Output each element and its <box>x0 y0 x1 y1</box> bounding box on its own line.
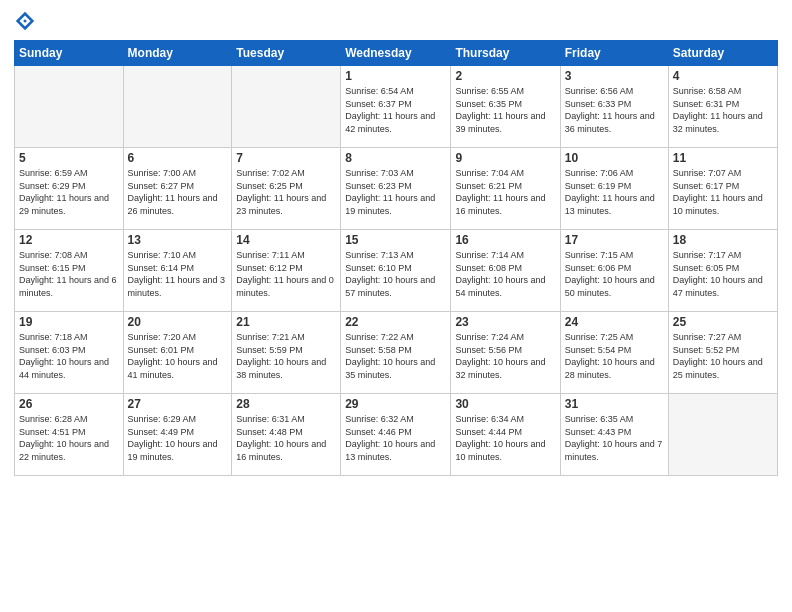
day-info: Sunrise: 7:25 AM Sunset: 5:54 PM Dayligh… <box>565 331 664 381</box>
day-number: 15 <box>345 233 446 247</box>
calendar-cell: 7Sunrise: 7:02 AM Sunset: 6:25 PM Daylig… <box>232 148 341 230</box>
calendar-cell: 30Sunrise: 6:34 AM Sunset: 4:44 PM Dayli… <box>451 394 560 476</box>
calendar-cell: 26Sunrise: 6:28 AM Sunset: 4:51 PM Dayli… <box>15 394 124 476</box>
day-number: 27 <box>128 397 228 411</box>
day-info: Sunrise: 6:29 AM Sunset: 4:49 PM Dayligh… <box>128 413 228 463</box>
calendar-cell: 10Sunrise: 7:06 AM Sunset: 6:19 PM Dayli… <box>560 148 668 230</box>
day-info: Sunrise: 6:54 AM Sunset: 6:37 PM Dayligh… <box>345 85 446 135</box>
day-number: 22 <box>345 315 446 329</box>
day-number: 31 <box>565 397 664 411</box>
day-number: 10 <box>565 151 664 165</box>
calendar-cell: 28Sunrise: 6:31 AM Sunset: 4:48 PM Dayli… <box>232 394 341 476</box>
day-number: 13 <box>128 233 228 247</box>
day-info: Sunrise: 6:34 AM Sunset: 4:44 PM Dayligh… <box>455 413 555 463</box>
day-number: 19 <box>19 315 119 329</box>
calendar-cell: 17Sunrise: 7:15 AM Sunset: 6:06 PM Dayli… <box>560 230 668 312</box>
day-info: Sunrise: 6:56 AM Sunset: 6:33 PM Dayligh… <box>565 85 664 135</box>
calendar-cell: 15Sunrise: 7:13 AM Sunset: 6:10 PM Dayli… <box>341 230 451 312</box>
day-number: 18 <box>673 233 773 247</box>
day-info: Sunrise: 6:35 AM Sunset: 4:43 PM Dayligh… <box>565 413 664 463</box>
calendar-week-3: 12Sunrise: 7:08 AM Sunset: 6:15 PM Dayli… <box>15 230 778 312</box>
calendar-cell: 5Sunrise: 6:59 AM Sunset: 6:29 PM Daylig… <box>15 148 124 230</box>
calendar-week-2: 5Sunrise: 6:59 AM Sunset: 6:29 PM Daylig… <box>15 148 778 230</box>
weekday-header-tuesday: Tuesday <box>232 41 341 66</box>
day-info: Sunrise: 7:20 AM Sunset: 6:01 PM Dayligh… <box>128 331 228 381</box>
weekday-header-thursday: Thursday <box>451 41 560 66</box>
day-number: 28 <box>236 397 336 411</box>
calendar-cell: 4Sunrise: 6:58 AM Sunset: 6:31 PM Daylig… <box>668 66 777 148</box>
day-info: Sunrise: 7:21 AM Sunset: 5:59 PM Dayligh… <box>236 331 336 381</box>
weekday-header-saturday: Saturday <box>668 41 777 66</box>
day-info: Sunrise: 7:00 AM Sunset: 6:27 PM Dayligh… <box>128 167 228 217</box>
day-info: Sunrise: 7:02 AM Sunset: 6:25 PM Dayligh… <box>236 167 336 217</box>
day-number: 17 <box>565 233 664 247</box>
calendar-cell: 24Sunrise: 7:25 AM Sunset: 5:54 PM Dayli… <box>560 312 668 394</box>
calendar-week-1: 1Sunrise: 6:54 AM Sunset: 6:37 PM Daylig… <box>15 66 778 148</box>
weekday-header-row: SundayMondayTuesdayWednesdayThursdayFrid… <box>15 41 778 66</box>
calendar-week-5: 26Sunrise: 6:28 AM Sunset: 4:51 PM Dayli… <box>15 394 778 476</box>
calendar-cell <box>232 66 341 148</box>
day-info: Sunrise: 7:04 AM Sunset: 6:21 PM Dayligh… <box>455 167 555 217</box>
day-info: Sunrise: 6:55 AM Sunset: 6:35 PM Dayligh… <box>455 85 555 135</box>
weekday-header-sunday: Sunday <box>15 41 124 66</box>
page: SundayMondayTuesdayWednesdayThursdayFrid… <box>0 0 792 612</box>
day-info: Sunrise: 7:14 AM Sunset: 6:08 PM Dayligh… <box>455 249 555 299</box>
calendar-cell: 20Sunrise: 7:20 AM Sunset: 6:01 PM Dayli… <box>123 312 232 394</box>
day-info: Sunrise: 7:07 AM Sunset: 6:17 PM Dayligh… <box>673 167 773 217</box>
calendar-cell: 9Sunrise: 7:04 AM Sunset: 6:21 PM Daylig… <box>451 148 560 230</box>
day-number: 16 <box>455 233 555 247</box>
calendar-cell: 14Sunrise: 7:11 AM Sunset: 6:12 PM Dayli… <box>232 230 341 312</box>
calendar-cell: 2Sunrise: 6:55 AM Sunset: 6:35 PM Daylig… <box>451 66 560 148</box>
weekday-header-friday: Friday <box>560 41 668 66</box>
calendar-cell <box>123 66 232 148</box>
day-info: Sunrise: 6:59 AM Sunset: 6:29 PM Dayligh… <box>19 167 119 217</box>
day-info: Sunrise: 7:03 AM Sunset: 6:23 PM Dayligh… <box>345 167 446 217</box>
calendar-cell: 21Sunrise: 7:21 AM Sunset: 5:59 PM Dayli… <box>232 312 341 394</box>
day-info: Sunrise: 7:08 AM Sunset: 6:15 PM Dayligh… <box>19 249 119 299</box>
calendar-cell: 22Sunrise: 7:22 AM Sunset: 5:58 PM Dayli… <box>341 312 451 394</box>
day-info: Sunrise: 7:22 AM Sunset: 5:58 PM Dayligh… <box>345 331 446 381</box>
day-info: Sunrise: 6:58 AM Sunset: 6:31 PM Dayligh… <box>673 85 773 135</box>
day-number: 29 <box>345 397 446 411</box>
weekday-header-wednesday: Wednesday <box>341 41 451 66</box>
weekday-header-monday: Monday <box>123 41 232 66</box>
day-info: Sunrise: 7:17 AM Sunset: 6:05 PM Dayligh… <box>673 249 773 299</box>
day-number: 20 <box>128 315 228 329</box>
day-number: 12 <box>19 233 119 247</box>
day-number: 24 <box>565 315 664 329</box>
day-number: 26 <box>19 397 119 411</box>
logo-icon <box>14 10 36 32</box>
day-number: 1 <box>345 69 446 83</box>
day-number: 9 <box>455 151 555 165</box>
calendar-cell: 19Sunrise: 7:18 AM Sunset: 6:03 PM Dayli… <box>15 312 124 394</box>
calendar-cell: 12Sunrise: 7:08 AM Sunset: 6:15 PM Dayli… <box>15 230 124 312</box>
day-info: Sunrise: 7:13 AM Sunset: 6:10 PM Dayligh… <box>345 249 446 299</box>
calendar-cell: 13Sunrise: 7:10 AM Sunset: 6:14 PM Dayli… <box>123 230 232 312</box>
day-number: 11 <box>673 151 773 165</box>
day-info: Sunrise: 7:18 AM Sunset: 6:03 PM Dayligh… <box>19 331 119 381</box>
calendar-cell: 6Sunrise: 7:00 AM Sunset: 6:27 PM Daylig… <box>123 148 232 230</box>
day-number: 7 <box>236 151 336 165</box>
day-number: 30 <box>455 397 555 411</box>
calendar-cell: 31Sunrise: 6:35 AM Sunset: 4:43 PM Dayli… <box>560 394 668 476</box>
calendar-week-4: 19Sunrise: 7:18 AM Sunset: 6:03 PM Dayli… <box>15 312 778 394</box>
day-info: Sunrise: 7:06 AM Sunset: 6:19 PM Dayligh… <box>565 167 664 217</box>
calendar-cell: 3Sunrise: 6:56 AM Sunset: 6:33 PM Daylig… <box>560 66 668 148</box>
calendar-cell: 11Sunrise: 7:07 AM Sunset: 6:17 PM Dayli… <box>668 148 777 230</box>
day-number: 14 <box>236 233 336 247</box>
day-info: Sunrise: 7:11 AM Sunset: 6:12 PM Dayligh… <box>236 249 336 299</box>
day-number: 6 <box>128 151 228 165</box>
day-info: Sunrise: 6:32 AM Sunset: 4:46 PM Dayligh… <box>345 413 446 463</box>
day-number: 21 <box>236 315 336 329</box>
day-info: Sunrise: 7:27 AM Sunset: 5:52 PM Dayligh… <box>673 331 773 381</box>
calendar-cell: 16Sunrise: 7:14 AM Sunset: 6:08 PM Dayli… <box>451 230 560 312</box>
day-info: Sunrise: 7:10 AM Sunset: 6:14 PM Dayligh… <box>128 249 228 299</box>
day-number: 25 <box>673 315 773 329</box>
calendar-cell: 8Sunrise: 7:03 AM Sunset: 6:23 PM Daylig… <box>341 148 451 230</box>
logo <box>14 10 38 32</box>
day-info: Sunrise: 6:31 AM Sunset: 4:48 PM Dayligh… <box>236 413 336 463</box>
day-info: Sunrise: 7:24 AM Sunset: 5:56 PM Dayligh… <box>455 331 555 381</box>
day-info: Sunrise: 7:15 AM Sunset: 6:06 PM Dayligh… <box>565 249 664 299</box>
day-number: 5 <box>19 151 119 165</box>
calendar-cell <box>668 394 777 476</box>
